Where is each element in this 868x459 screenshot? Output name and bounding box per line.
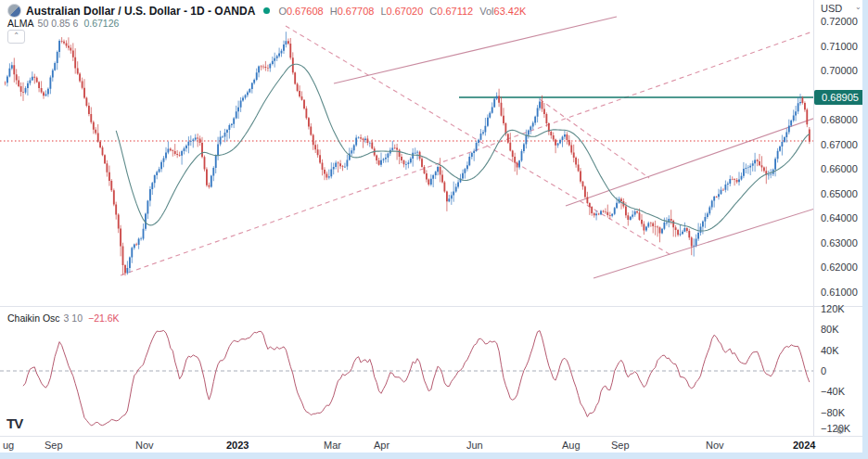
time-axis-label: ug xyxy=(3,440,14,451)
time-axis-label: 2024 xyxy=(793,440,815,451)
oscillator-params: 3 10 xyxy=(64,312,83,324)
price-axis-label: 0.63000 xyxy=(821,237,858,249)
oscillator-axis-label: 80K xyxy=(821,324,839,335)
price-axis-label: 0.72000 xyxy=(821,16,858,27)
price-axis-label: 0.70000 xyxy=(821,65,858,76)
price-axis-label: 0.66000 xyxy=(821,163,858,174)
tradingview-logo[interactable]: TV xyxy=(6,415,22,431)
time-axis-label: Sep xyxy=(45,440,63,451)
time-axis-label: Nov xyxy=(706,440,724,451)
time-axis[interactable]: ugSepNov2023MarAprJunAugSepNov2024 xyxy=(0,437,868,453)
time-axis-label: Nov xyxy=(135,440,154,451)
drawing-trendline[interactable] xyxy=(334,17,617,83)
price-axis[interactable]: USD ⌄ 0.68905 0.720000.710000.700000.680… xyxy=(814,0,862,437)
volume-value: 63.42K xyxy=(494,6,527,17)
price-axis-label: 0.64000 xyxy=(821,212,858,223)
indicator-value: 0.67126 xyxy=(83,18,119,29)
drawing-trendline[interactable] xyxy=(121,12,868,275)
alma-line[interactable] xyxy=(116,64,810,231)
oscillator-value: −21.6K xyxy=(88,312,120,324)
open-value: 0.67608 xyxy=(287,6,324,17)
price-axis-label: 0.62000 xyxy=(821,261,858,273)
high-value: 0.67708 xyxy=(338,6,375,17)
symbol-icon xyxy=(7,4,21,18)
chevron-up-icon: ⌃ xyxy=(13,32,19,40)
time-axis-label: 2023 xyxy=(226,440,249,451)
price-axis-label: 0.67000 xyxy=(821,139,858,150)
close-value: 0.67112 xyxy=(437,6,473,17)
last-price-badge: 0.68905 xyxy=(814,90,866,105)
gear-icon[interactable]: ⚙ xyxy=(836,425,845,437)
indicator-name: ALMA xyxy=(7,18,34,29)
oscillator-axis-label: 120K xyxy=(821,303,845,314)
time-axis-label: Apr xyxy=(374,440,389,451)
market-status-icon xyxy=(263,7,270,14)
indicator-params: 50 0.85 6 xyxy=(38,18,79,29)
up-candle-bodies xyxy=(7,41,800,274)
price-axis-label: 0.65000 xyxy=(821,188,858,199)
down-candle-wicks xyxy=(6,37,810,275)
oscillator-axis-label: 40K xyxy=(821,345,839,356)
collapse-pane-button[interactable]: ⌃ xyxy=(7,30,25,44)
oscillator-name: Chaikin Osc xyxy=(7,312,60,324)
oscillator-axis-label: 0 xyxy=(821,365,826,376)
symbol-title: Australian Dollar / U.S. Dollar - 1D - O… xyxy=(26,5,255,18)
oscillator-axis-label: −80K xyxy=(821,407,845,418)
time-axis-label: Jun xyxy=(466,440,483,451)
price-axis-label: 0.68000 xyxy=(821,114,858,125)
drawing-trendline[interactable] xyxy=(540,99,649,178)
ohlc-values: O0.67608 H0.67708 L0.67020 C0.67112 Vol6… xyxy=(278,6,526,17)
price-axis-label: 0.71000 xyxy=(821,41,858,52)
tradingview-chart-window: Australian Dollar / U.S. Dollar - 1D - O… xyxy=(0,0,868,459)
indicator-legend-chaikin[interactable]: Chaikin Osc3 10−21.6K xyxy=(7,312,120,324)
time-axis-label: Mar xyxy=(324,440,341,451)
indicator-legend-alma[interactable]: ALMA50 0.85 60.67126 xyxy=(7,18,119,29)
bottom-scrollbar[interactable] xyxy=(0,453,868,459)
chaikin-oscillator-line[interactable] xyxy=(23,330,810,426)
right-scrollbar[interactable] xyxy=(862,0,868,459)
currency-selector[interactable]: USD xyxy=(821,3,842,14)
pane-divider[interactable] xyxy=(0,306,868,307)
symbol-legend[interactable]: Australian Dollar / U.S. Dollar - 1D - O… xyxy=(7,4,526,18)
time-axis-label: Aug xyxy=(562,440,581,451)
price-axis-label: 0.61000 xyxy=(821,287,858,298)
low-value: 0.67020 xyxy=(387,6,424,17)
oscillator-axis-label: −40K xyxy=(821,386,845,397)
time-axis-label: Sep xyxy=(611,440,630,451)
chevron-down-icon: ⌄ xyxy=(855,3,862,11)
chart-canvas[interactable] xyxy=(0,0,868,459)
